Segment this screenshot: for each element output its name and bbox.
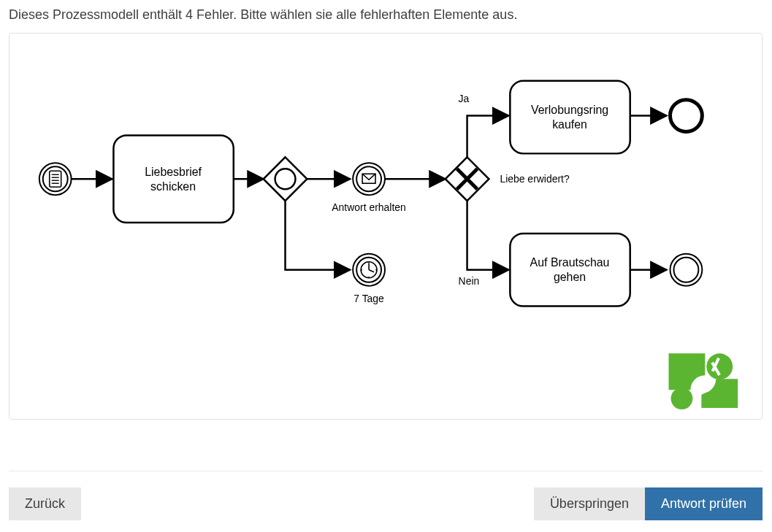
task1-line2: schicken <box>150 180 196 193</box>
label-yes: Ja <box>459 93 470 104</box>
task3-line1: Auf Brautschau <box>530 256 610 269</box>
bpmn-diagram[interactable]: Liebesbrief schicken Antwort erhalten <box>9 34 762 419</box>
gateway-event-based[interactable] <box>264 157 307 201</box>
gateway-exclusive[interactable]: Liebe erwidert? <box>446 157 570 201</box>
task2-line2: kaufen <box>552 118 587 131</box>
end-event-bottom[interactable] <box>670 254 703 286</box>
button-bar: Zurück Überspringen Antwort prüfen <box>9 471 763 520</box>
instruction-text: Dieses Prozessmodell enthält 4 Fehler. B… <box>9 7 763 23</box>
gateway-question: Liebe erwidert? <box>500 173 570 185</box>
check-answer-button[interactable]: Antwort prüfen <box>645 487 763 520</box>
task-liebesbrief[interactable]: Liebesbrief schicken <box>113 135 233 223</box>
task-brautschau[interactable]: Auf Brautschau gehen <box>510 234 630 307</box>
diagram-panel: Liebesbrief schicken Antwort erhalten <box>9 33 763 420</box>
skip-button[interactable]: Überspringen <box>534 487 645 520</box>
flow-gw2-no[interactable] <box>467 201 509 270</box>
flow-gw2-yes[interactable] <box>467 116 509 158</box>
svg-point-31 <box>706 353 733 379</box>
svg-rect-7 <box>113 135 233 223</box>
label-no: Nein <box>459 275 480 287</box>
svg-point-27 <box>670 100 703 132</box>
start-event[interactable] <box>39 163 72 195</box>
message-event[interactable]: Antwort erhalten <box>332 163 405 213</box>
task3-line2: gehen <box>554 271 586 283</box>
task1-line1: Liebesbrief <box>145 166 202 178</box>
svg-point-32 <box>671 388 693 409</box>
message-event-label: Antwort erhalten <box>332 201 405 213</box>
task-verlobungsring[interactable]: Verlobungsring kaufen <box>510 81 630 154</box>
svg-point-29 <box>674 258 699 282</box>
camunda-logo <box>669 353 738 409</box>
timer-event-label: 7 Tage <box>353 293 384 304</box>
svg-rect-2 <box>50 171 61 187</box>
timer-event[interactable]: 7 Tage <box>353 254 385 304</box>
end-event-top[interactable] <box>670 100 703 132</box>
task2-line1: Verlobungsring <box>531 104 608 116</box>
svg-point-9 <box>275 169 296 189</box>
back-button[interactable]: Zurück <box>9 487 81 520</box>
